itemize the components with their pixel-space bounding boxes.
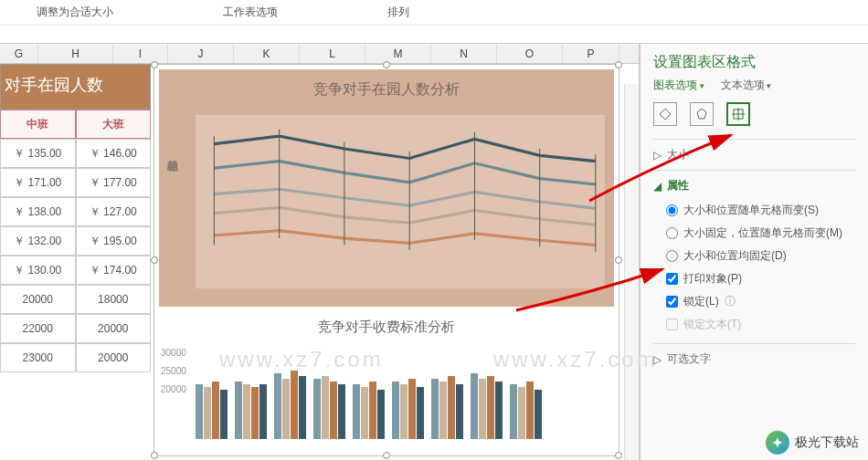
tab-text-options[interactable]: 文本选项 (721, 78, 772, 93)
watermark: www.xz7.com (219, 347, 384, 372)
ribbon-group-sheet[interactable]: 工作表选项 (223, 5, 278, 20)
col-O[interactable]: O (497, 44, 563, 63)
ytick: 25000 (161, 366, 186, 376)
check-lock-text: 锁定文本(T) (666, 313, 855, 336)
ytick: 30000 (161, 348, 186, 358)
cell[interactable]: ￥ 177.00 (76, 168, 152, 197)
cell[interactable]: ￥ 130.00 (0, 256, 76, 285)
cell[interactable]: 20000 (76, 314, 152, 343)
worksheet-area[interactable]: G H I J K L M N O P 对手在园人数 中班 大班 ￥ 135.0… (0, 44, 640, 460)
cell[interactable]: ￥ 174.00 (76, 256, 152, 285)
pane-title: 设置图表区格式 (653, 53, 855, 72)
col-H[interactable]: H (38, 44, 113, 63)
cell[interactable]: ￥ 171.00 (0, 168, 76, 197)
chart1-plot (196, 115, 605, 288)
ytick: 20000 (161, 384, 186, 394)
data-table: 对手在园人数 中班 大班 ￥ 135.00￥ 146.00 ￥ 171.00￥ … (0, 64, 151, 372)
cell[interactable]: ￥ 135.00 (0, 139, 76, 168)
col-N[interactable]: N (431, 44, 497, 63)
logo-text: 极光下载站 (795, 434, 859, 451)
cell[interactable]: ￥ 146.00 (76, 139, 152, 168)
ribbon-group-arrange[interactable]: 排列 (387, 5, 409, 20)
col-P[interactable]: P (563, 44, 619, 63)
radio-fixed[interactable]: 大小和位置均固定(D) (666, 245, 855, 267)
ribbon-group-size[interactable]: 调整为合适大小 (37, 5, 113, 20)
check-label: 打印对象(P) (683, 271, 742, 287)
col-L[interactable]: L (300, 44, 365, 63)
chart-object[interactable]: 竞争对手在园人数分析 坐标轴标题 (153, 64, 619, 456)
table-header-row: 中班 大班 (0, 110, 151, 139)
radio-label: 大小和位置随单元格而变(S) (683, 203, 819, 218)
section-attributes[interactable]: ◢属性 (653, 178, 855, 193)
table-title: 对手在园人数 (0, 64, 151, 110)
format-pane: 设置图表区格式 图表选项 文本选项 ▷大小 ◢属性 大小和位置随单元格而变(S)… (640, 44, 868, 460)
cell[interactable]: 18000 (76, 285, 152, 314)
radio-label: 大小固定，位置随单元格而变(M) (683, 225, 842, 241)
section-alt-text[interactable]: ▷可选文字 (653, 351, 855, 367)
chart-1[interactable]: 竞争对手在园人数分析 坐标轴标题 (159, 69, 614, 307)
effects-icon[interactable] (690, 102, 714, 126)
logo-icon: ✦ (766, 431, 789, 455)
cell[interactable]: ￥ 138.00 (0, 197, 76, 226)
check-print[interactable]: 打印对象(P) (666, 267, 855, 290)
fill-icon[interactable] (653, 102, 677, 126)
col-I[interactable]: I (113, 44, 168, 63)
col-J[interactable]: J (168, 44, 234, 63)
cell[interactable]: 20000 (0, 285, 76, 314)
section-size[interactable]: ▷大小 (653, 147, 855, 162)
check-label: 锁定(L) (683, 294, 719, 309)
watermark: www.xz7.com (493, 347, 658, 372)
info-icon[interactable]: ⓘ (725, 294, 736, 309)
check-label: 锁定文本(T) (683, 317, 741, 332)
radio-move-size[interactable]: 大小和位置随单元格而变(S) (666, 199, 855, 222)
header-mid[interactable]: 中班 (0, 110, 76, 139)
col-G[interactable]: G (0, 44, 38, 63)
section-size-label: 大小 (667, 147, 689, 162)
header-big[interactable]: 大班 (76, 110, 152, 139)
cell[interactable]: ￥ 127.00 (76, 197, 152, 226)
chart1-title: 竞争对手在园人数分析 (159, 69, 614, 110)
chevron-down-icon: ◢ (653, 180, 662, 193)
site-logo: ✦ 极光下载站 (766, 431, 859, 455)
formula-bar[interactable] (0, 26, 868, 44)
col-K[interactable]: K (234, 44, 300, 63)
chevron-right-icon: ▷ (653, 149, 662, 162)
check-lock[interactable]: 锁定(L)ⓘ (666, 290, 855, 313)
chart2-title: 竞争对手收费标准分析 (159, 311, 614, 343)
cell[interactable]: 22000 (0, 314, 76, 343)
column-headers: G H I J K L M N O P (0, 44, 639, 64)
chart-2[interactable]: 竞争对手收费标准分析 30000 25000 20000 (159, 311, 614, 439)
cell[interactable]: ￥ 195.00 (76, 226, 152, 256)
ribbon-groups: 调整为合适大小 工作表选项 排列 (0, 0, 868, 26)
cell[interactable]: ￥ 132.00 (0, 226, 76, 256)
size-props-icon[interactable] (726, 102, 750, 126)
col-M[interactable]: M (365, 44, 431, 63)
svg-marker-7 (697, 109, 706, 119)
section-attr-label: 属性 (667, 178, 689, 193)
cell[interactable]: 20000 (76, 343, 152, 372)
tab-chart-options[interactable]: 图表选项 (653, 78, 704, 93)
cell[interactable]: 23000 (0, 343, 76, 372)
vertical-scrollbar[interactable] (624, 84, 639, 460)
radio-move-only[interactable]: 大小固定，位置随单元格而变(M) (666, 222, 855, 245)
section-alt-label: 可选文字 (667, 351, 711, 367)
radio-label: 大小和位置均固定(D) (683, 248, 787, 264)
